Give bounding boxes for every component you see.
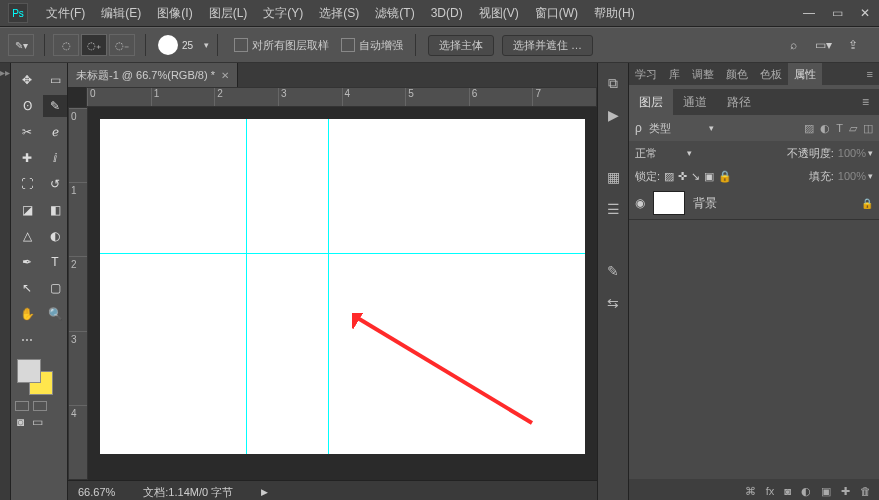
brush-tool-icon[interactable]: ⅈ [43, 147, 67, 169]
filter-adjust-icon[interactable]: ◐ [820, 122, 830, 135]
selection-new-icon[interactable]: ◌ [53, 34, 79, 56]
panel-menu-icon[interactable]: ≡ [852, 89, 879, 115]
stamp-tool-icon[interactable]: ⛶ [15, 173, 39, 195]
quick-select-tool-icon[interactable]: ✎ [43, 95, 67, 117]
menu-select[interactable]: 选择(S) [311, 0, 367, 26]
new-fill-icon[interactable]: ◐ [801, 485, 811, 498]
menu-view[interactable]: 视图(V) [471, 0, 527, 26]
tab-learn[interactable]: 学习 [629, 63, 663, 85]
workspace-icon[interactable]: ▭▾ [813, 35, 833, 55]
tab-properties[interactable]: 属性 [788, 63, 822, 85]
select-subject-button[interactable]: 选择主体 [428, 35, 494, 56]
path-select-tool-icon[interactable]: ↖ [15, 277, 39, 299]
lock-position-icon[interactable]: ✜ [678, 170, 687, 183]
lasso-tool-icon[interactable]: ʘ [15, 95, 39, 117]
auto-enhance-checkbox[interactable] [341, 38, 355, 52]
visibility-toggle-icon[interactable]: ◉ [635, 196, 653, 210]
search-icon[interactable]: ⌕ [783, 35, 803, 55]
eyedropper-tool-icon[interactable]: ℯ [43, 121, 67, 143]
close-tab-icon[interactable]: ✕ [221, 70, 229, 81]
brush-preview-icon[interactable] [158, 35, 178, 55]
blur-tool-icon[interactable]: △ [15, 225, 39, 247]
layer-row[interactable]: ◉ 背景 🔒 [629, 187, 879, 220]
crop-tool-icon[interactable]: ✂ [15, 121, 39, 143]
add-mask-icon[interactable]: ◙ [784, 485, 791, 497]
share-icon[interactable]: ⇪ [843, 35, 863, 55]
sample-all-checkbox[interactable] [234, 38, 248, 52]
tab-paths[interactable]: 路径 [717, 89, 761, 115]
horizontal-ruler[interactable]: 0 1 2 3 4 5 6 7 [86, 87, 597, 107]
dock-history-icon[interactable]: ▦ [607, 167, 620, 187]
tab-channels[interactable]: 通道 [673, 89, 717, 115]
swap-colors-icon[interactable] [33, 401, 47, 411]
tab-color[interactable]: 颜色 [720, 63, 754, 85]
lock-image-icon[interactable]: ↘ [691, 170, 700, 183]
layer-thumbnail[interactable] [653, 191, 685, 215]
shape-tool-icon[interactable]: ▢ [43, 277, 67, 299]
layer-name[interactable]: 背景 [693, 195, 717, 212]
gradient-tool-icon[interactable]: ◧ [43, 199, 67, 221]
window-restore-icon[interactable]: ▭ [823, 0, 851, 26]
new-layer-icon[interactable]: ✚ [841, 485, 850, 498]
move-tool-icon[interactable]: ✥ [15, 69, 39, 91]
chevron-down-icon[interactable]: ▾ [204, 40, 209, 50]
lock-all-icon[interactable]: 🔒 [718, 170, 732, 183]
guide-vertical[interactable] [328, 119, 329, 454]
foreground-color-swatch[interactable] [17, 359, 41, 383]
dock-brush-icon[interactable]: ✎ [607, 261, 619, 281]
menu-type[interactable]: 文字(Y) [255, 0, 311, 26]
window-close-icon[interactable]: ✕ [851, 0, 879, 26]
chevron-down-icon[interactable]: ▾ [868, 171, 873, 181]
filter-type-icon[interactable]: T [836, 122, 843, 134]
pen-tool-icon[interactable]: ✒ [15, 251, 39, 273]
status-docinfo[interactable]: 文档:1.14M/0 字节 [143, 485, 233, 500]
screenmode-icon[interactable]: ▭ [32, 415, 43, 429]
menu-file[interactable]: 文件(F) [38, 0, 93, 26]
filter-smart-icon[interactable]: ◫ [863, 122, 873, 135]
layer-fx-icon[interactable]: fx [766, 485, 775, 497]
zoom-tool-icon[interactable]: 🔍 [43, 303, 67, 325]
quickmask-icon[interactable]: ◙ [17, 415, 24, 429]
type-tool-icon[interactable]: T [43, 251, 67, 273]
filter-pixel-icon[interactable]: ▨ [804, 122, 814, 135]
guide-vertical[interactable] [246, 119, 247, 454]
filter-search-icon[interactable]: ρ [635, 121, 643, 135]
tab-swatches[interactable]: 色板 [754, 63, 788, 85]
menu-window[interactable]: 窗口(W) [527, 0, 586, 26]
menu-layer[interactable]: 图层(L) [201, 0, 256, 26]
canvas[interactable] [100, 119, 585, 454]
guide-horizontal[interactable] [100, 253, 585, 254]
tab-layers[interactable]: 图层 [629, 89, 673, 115]
lock-artboard-icon[interactable]: ▣ [704, 170, 714, 183]
filter-shape-icon[interactable]: ▱ [849, 122, 857, 135]
panel-menu-icon[interactable]: ≡ [861, 63, 879, 85]
menu-image[interactable]: 图像(I) [149, 0, 200, 26]
new-group-icon[interactable]: ▣ [821, 485, 831, 498]
collapse-left-icon[interactable]: ▸▸ [0, 63, 10, 78]
selection-add-icon[interactable]: ◌₊ [81, 34, 107, 56]
color-swatches[interactable] [15, 357, 63, 395]
link-layers-icon[interactable]: ⌘ [745, 485, 756, 498]
chevron-down-icon[interactable]: ▾ [687, 148, 692, 158]
tab-adjust[interactable]: 调整 [686, 63, 720, 85]
brush-size-value[interactable]: 25 [182, 40, 204, 51]
delete-layer-icon[interactable]: 🗑 [860, 485, 871, 497]
menu-edit[interactable]: 编辑(E) [93, 0, 149, 26]
window-minimize-icon[interactable]: — [795, 0, 823, 26]
document-tab[interactable]: 未标题-1 @ 66.7%(RGB/8) * ✕ [68, 63, 238, 87]
status-zoom[interactable]: 66.67% [78, 486, 115, 498]
healing-tool-icon[interactable]: ✚ [15, 147, 39, 169]
select-and-mask-button[interactable]: 选择并遮住 … [502, 35, 593, 56]
chevron-right-icon[interactable]: ▶ [261, 487, 268, 497]
default-colors-icon[interactable] [15, 401, 29, 411]
dock-preset-icon[interactable]: ☰ [607, 199, 620, 219]
hand-tool-icon[interactable]: ✋ [15, 303, 39, 325]
menu-3d[interactable]: 3D(D) [423, 0, 471, 26]
fill-value[interactable]: 100% [838, 170, 866, 182]
filter-kind-select[interactable]: 类型 [649, 121, 703, 136]
history-brush-tool-icon[interactable]: ↺ [43, 173, 67, 195]
eraser-tool-icon[interactable]: ◪ [15, 199, 39, 221]
menu-filter[interactable]: 滤镜(T) [367, 0, 422, 26]
dodge-tool-icon[interactable]: ◐ [43, 225, 67, 247]
tab-libraries[interactable]: 库 [663, 63, 686, 85]
